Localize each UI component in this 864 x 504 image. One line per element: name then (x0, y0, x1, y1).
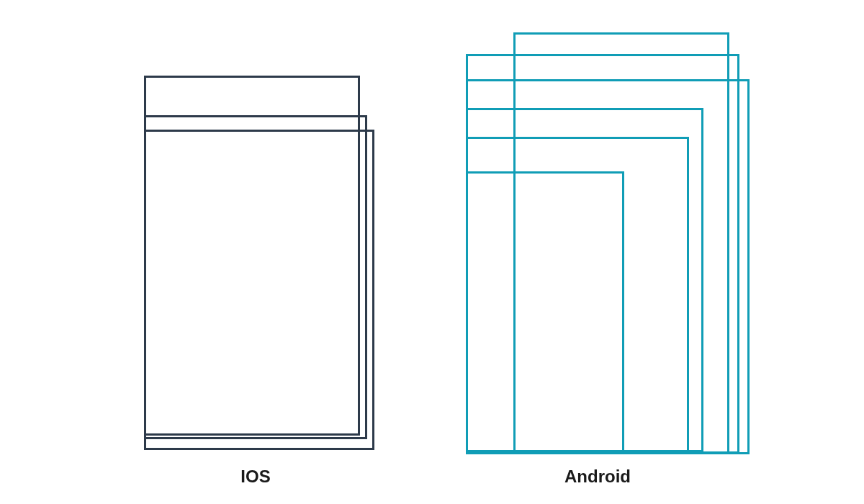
ios-label: IOS (144, 467, 367, 487)
diagram-container: IOS Android (0, 0, 864, 504)
android-device-rect (466, 171, 624, 452)
android-label: Android (461, 467, 734, 487)
ios-device-rect (144, 130, 374, 450)
